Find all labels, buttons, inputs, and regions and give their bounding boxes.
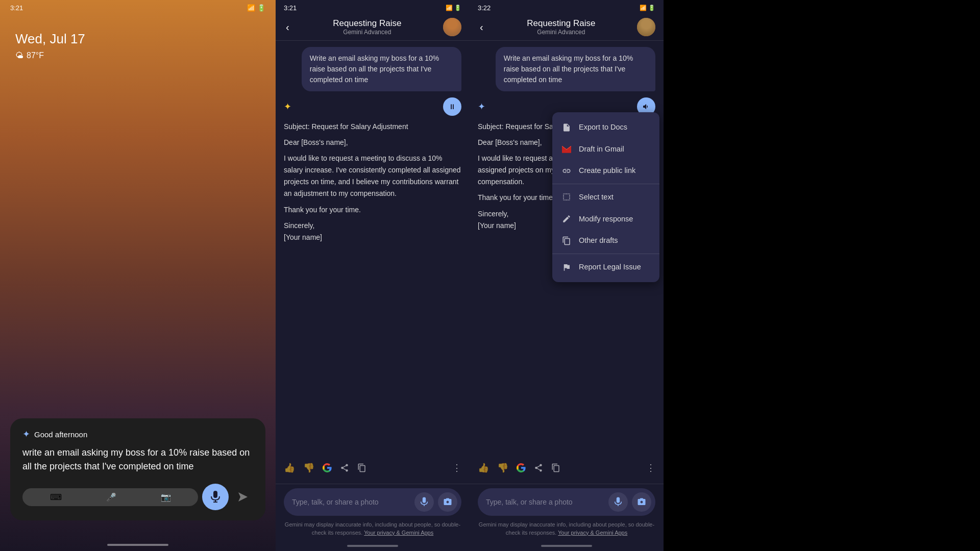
modify-icon (561, 214, 572, 223)
header-center-middle: Requesting Raise Gemini Advanced (333, 18, 401, 36)
more-options-middle[interactable]: ⋮ (452, 462, 461, 473)
wifi-icon: 📶 (247, 4, 255, 12)
weather-icon: 🌤 (15, 51, 23, 60)
greeting-label: Good afternoon (34, 430, 87, 439)
disclaimer-middle: Gemini may display inaccurate info, incl… (276, 518, 470, 541)
response-salutation-middle: Dear [Boss's name], (284, 137, 461, 148)
send-button-left[interactable] (233, 487, 253, 507)
status-time-right: 3:22 (478, 4, 491, 12)
gemini-response-star-right: ✦ (478, 99, 485, 114)
battery-icon: 🔋 (257, 4, 265, 12)
back-button-right[interactable]: ‹ (478, 19, 485, 35)
menu-label-draft-gmail: Draft in Gmail (579, 145, 624, 153)
user-avatar-right[interactable] (637, 18, 655, 36)
status-time-middle: 3:21 (284, 4, 297, 12)
response-text-middle: Subject: Request for Salary Adjustment D… (284, 121, 461, 243)
menu-item-modify-response[interactable]: Modify response (552, 208, 659, 230)
chat-area-middle: Write an email asking my boss for a 10% … (276, 41, 470, 484)
user-message-middle: Write an email asking my boss for a 10% … (302, 47, 461, 91)
svg-rect-9 (423, 497, 426, 503)
response-actions-right: 👍 👎 ⋮ (478, 458, 655, 478)
select-text-icon (561, 192, 572, 202)
copy-icon-right[interactable] (551, 463, 560, 472)
gemini-star-icon: ✦ (22, 429, 30, 440)
menu-item-select-text[interactable]: Select text (552, 186, 659, 208)
input-bar-middle[interactable]: Type, talk, or share a photo (284, 488, 461, 516)
input-area-middle: Type, talk, or share a photo (276, 484, 470, 518)
docs-icon (561, 122, 572, 132)
response-closing-middle: Thank you for your time. (284, 204, 461, 216)
disclaimer-right: Gemini may display inaccurate info, incl… (470, 518, 664, 541)
menu-item-draft-gmail[interactable]: Draft in Gmail (552, 138, 659, 160)
battery-icon-right: 🔋 (648, 5, 655, 11)
home-indicator-left (107, 544, 168, 546)
mic-button-input-right[interactable] (608, 492, 628, 512)
mic-button-left[interactable] (202, 484, 229, 510)
chat-header-middle: ‹ Requesting Raise Gemini Advanced (276, 14, 470, 41)
share-icon-middle[interactable] (340, 463, 349, 472)
camera-button-input-middle[interactable] (438, 492, 457, 512)
back-button-middle[interactable]: ‹ (284, 19, 291, 35)
flag-icon (561, 262, 572, 272)
menu-item-report-legal[interactable]: Report Legal Issue (552, 256, 659, 278)
thumbs-down-right[interactable]: 👎 (497, 462, 508, 473)
user-message-right: Write an email asking my boss for a 10% … (496, 47, 655, 91)
link-icon (561, 166, 572, 176)
menu-label-report-legal: Report Legal Issue (579, 263, 641, 271)
camera-button-input-right[interactable] (632, 492, 651, 512)
menu-item-create-link[interactable]: Create public link (552, 160, 659, 182)
chat-header-right: ‹ Requesting Raise Gemini Advanced (470, 14, 664, 41)
status-icons-left: 📶 🔋 (247, 4, 265, 12)
chat-title-middle: Requesting Raise (333, 18, 401, 29)
user-query-text: write an email asking my boss for a 10% … (22, 446, 253, 473)
response-header-middle: ✦ ⏸ (284, 97, 461, 116)
copy-icon-middle[interactable] (357, 463, 366, 472)
pause-button-middle[interactable]: ⏸ (443, 97, 461, 116)
gmail-icon (561, 144, 572, 154)
menu-label-select-text: Select text (579, 193, 614, 201)
greeting-row: ✦ Good afternoon (22, 429, 253, 440)
status-bar-left: 3:21 📶 🔋 (0, 0, 276, 16)
camera-small-icon[interactable]: 📷 (161, 492, 171, 502)
mic-button-input-middle[interactable] (414, 492, 434, 512)
keyboard-icon[interactable]: ⌨ (50, 492, 62, 502)
menu-item-other-drafts[interactable]: Other drafts (552, 230, 659, 252)
menu-label-other-drafts: Other drafts (579, 236, 618, 244)
menu-item-export-docs[interactable]: Export to Docs (552, 116, 659, 138)
input-icons-group[interactable]: ⌨ 🎤 📷 (22, 488, 198, 506)
input-placeholder-right[interactable]: Type, talk, or share a photo (486, 498, 604, 506)
mic-small-icon[interactable]: 🎤 (106, 492, 116, 502)
ai-response-middle: ✦ ⏸ Subject: Request for Salary Adjustme… (284, 97, 461, 452)
menu-divider-2 (552, 254, 659, 254)
user-avatar-middle[interactable] (443, 18, 461, 36)
menu-label-create-link: Create public link (579, 166, 635, 174)
thumbs-up-middle[interactable]: 👍 (284, 462, 295, 473)
more-options-right[interactable]: ⋮ (646, 462, 655, 473)
chat-subtitle-middle: Gemini Advanced (333, 29, 401, 36)
input-bar-right[interactable]: Type, talk, or share a photo (478, 488, 655, 516)
home-indicator-middle (276, 541, 470, 551)
chat-title-right: Requesting Raise (527, 18, 595, 29)
thumbs-down-middle[interactable]: 👎 (303, 462, 314, 473)
share-icon-right[interactable] (534, 463, 543, 472)
svg-rect-5 (213, 491, 217, 498)
response-signature-middle: [Your name] (284, 232, 461, 243)
status-icons-right: 📶 🔋 (640, 5, 655, 11)
assistant-input-bar: ⌨ 🎤 📷 (22, 484, 253, 510)
disclaimer-link-right[interactable]: Your privacy & Gemini Apps (558, 530, 627, 536)
input-placeholder-middle[interactable]: Type, talk, or share a photo (292, 498, 410, 506)
background-fill (664, 0, 980, 551)
wifi-icon-middle: 📶 (446, 5, 453, 11)
thumbs-up-right[interactable]: 👍 (478, 462, 489, 473)
date-weather-widget: Wed, Jul 17 🌤 87°F (0, 16, 276, 65)
input-area-right: Type, talk, or share a photo (470, 484, 664, 518)
status-bar-right: 3:22 📶 🔋 (470, 0, 664, 14)
google-icon-right[interactable] (517, 463, 526, 472)
disclaimer-link-middle[interactable]: Your privacy & Gemini Apps (364, 530, 433, 536)
assistant-overlay: ✦ Good afternoon write an email asking m… (10, 418, 265, 520)
battery-icon-middle: 🔋 (454, 5, 461, 11)
menu-label-modify-response: Modify response (579, 215, 633, 223)
google-icon-middle[interactable] (323, 463, 332, 472)
gemini-response-star-middle: ✦ (284, 99, 291, 114)
phone-2-gemini-chat: 3:21 📶 🔋 ‹ Requesting Raise Gemini Advan… (276, 0, 470, 551)
